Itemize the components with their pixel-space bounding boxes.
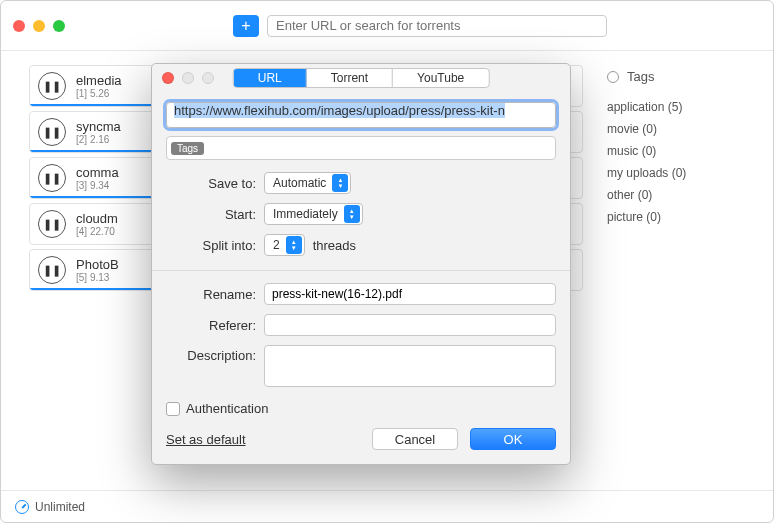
tag-item[interactable]: my uploads (0)	[607, 162, 759, 184]
description-label: Description:	[166, 345, 256, 363]
pause-icon: ❚❚	[43, 172, 61, 185]
tags-input[interactable]: Tags	[166, 136, 556, 160]
tag-item[interactable]: music (0)	[607, 140, 759, 162]
pause-icon: ❚❚	[43, 80, 61, 93]
tags-header[interactable]: Tags	[607, 69, 759, 84]
minimize-icon[interactable]	[33, 20, 45, 32]
start-select[interactable]: Immediately ▲▼	[264, 203, 363, 225]
tab-youtube[interactable]: YouTube	[393, 69, 488, 87]
referer-input[interactable]	[264, 314, 556, 336]
tags-placeholder-chip: Tags	[171, 142, 204, 155]
auth-label: Authentication	[186, 401, 268, 416]
search-input[interactable]	[267, 15, 607, 37]
zoom-icon[interactable]	[53, 20, 65, 32]
radio-icon	[607, 71, 619, 83]
threads-label: threads	[313, 238, 356, 253]
stepper-arrows-icon: ▲▼	[332, 174, 348, 192]
tag-item[interactable]: movie (0)	[607, 118, 759, 140]
pause-button[interactable]: ❚❚	[38, 256, 66, 284]
pause-icon: ❚❚	[43, 126, 61, 139]
main-window: + ❚❚elmedia[1] 5.26❚❚syncma[2] 2.16❚❚com…	[0, 0, 774, 523]
source-segmented-control: URL Torrent YouTube	[233, 68, 490, 88]
dialog-body: https://www.flexihub.com/images/upload/p…	[152, 92, 570, 464]
start-label: Start:	[166, 207, 256, 222]
sidebar: Tags application (5)movie (0)music (0)my…	[593, 51, 773, 490]
add-download-dialog: URL Torrent YouTube https://www.flexihub…	[151, 63, 571, 465]
close-icon[interactable]	[13, 20, 25, 32]
save-to-label: Save to:	[166, 176, 256, 191]
cancel-button[interactable]: Cancel	[372, 428, 458, 450]
tab-torrent[interactable]: Torrent	[307, 69, 393, 87]
dialog-titlebar: URL Torrent YouTube	[152, 64, 570, 92]
pause-button[interactable]: ❚❚	[38, 72, 66, 100]
close-icon[interactable]	[162, 72, 174, 84]
split-label: Split into:	[166, 238, 256, 253]
save-to-select[interactable]: Automatic ▲▼	[264, 172, 351, 194]
tag-item[interactable]: other (0)	[607, 184, 759, 206]
tag-item[interactable]: picture (0)	[607, 206, 759, 228]
minimize-icon	[182, 72, 194, 84]
url-input[interactable]: https://www.flexihub.com/images/upload/p…	[166, 102, 556, 128]
divider	[152, 270, 570, 271]
set-as-default-link[interactable]: Set as default	[166, 432, 246, 447]
ok-button[interactable]: OK	[470, 428, 556, 450]
stepper-arrows-icon: ▲▼	[344, 205, 360, 223]
pause-button[interactable]: ❚❚	[38, 210, 66, 238]
description-input[interactable]	[264, 345, 556, 387]
tab-url[interactable]: URL	[234, 69, 307, 87]
tag-item[interactable]: application (5)	[607, 96, 759, 118]
rename-input[interactable]	[264, 283, 556, 305]
status-speed-label: Unlimited	[35, 500, 85, 514]
titlebar: +	[1, 1, 773, 51]
referer-label: Referer:	[166, 318, 256, 333]
speed-gauge-icon	[15, 500, 29, 514]
rename-label: Rename:	[166, 287, 256, 302]
zoom-icon	[202, 72, 214, 84]
statusbar: Unlimited	[1, 490, 773, 522]
split-stepper[interactable]: 2 ▲▼	[264, 234, 305, 256]
pause-icon: ❚❚	[43, 218, 61, 231]
pause-button[interactable]: ❚❚	[38, 164, 66, 192]
stepper-arrows-icon: ▲▼	[286, 236, 302, 254]
add-button[interactable]: +	[233, 15, 259, 37]
pause-button[interactable]: ❚❚	[38, 118, 66, 146]
tags-header-label: Tags	[627, 69, 654, 84]
window-controls	[13, 20, 65, 32]
pause-icon: ❚❚	[43, 264, 61, 277]
auth-checkbox[interactable]	[166, 402, 180, 416]
progress-bar	[30, 104, 151, 106]
